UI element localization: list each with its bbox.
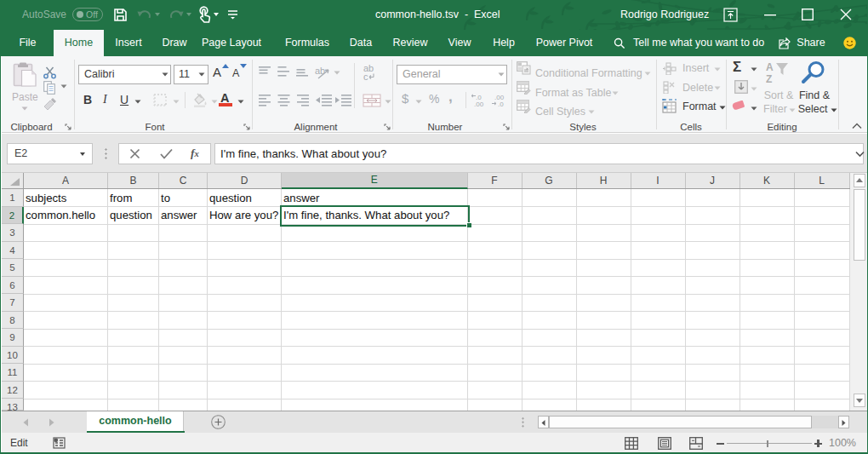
svg-text:c: c (363, 72, 368, 81)
svg-text:.0: .0 (498, 101, 504, 107)
svg-text:Z: Z (766, 73, 772, 84)
svg-text:A: A (766, 61, 774, 73)
svg-text:.00: .00 (474, 101, 484, 107)
